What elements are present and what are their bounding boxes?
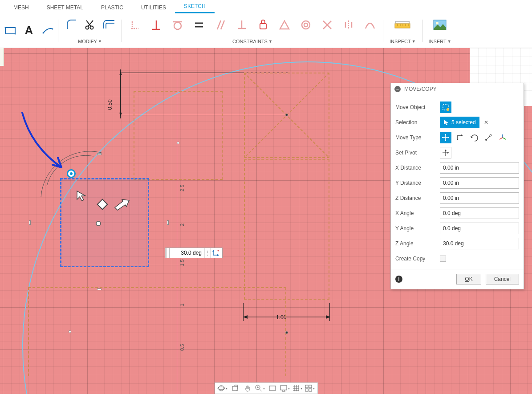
fix-constraint-icon[interactable]: [256, 18, 270, 32]
svg-rect-0: [5, 28, 15, 34]
tangent-constraint-icon[interactable]: [171, 18, 184, 32]
dashed-rect-1: [134, 91, 223, 180]
svg-point-9: [302, 21, 310, 29]
modify-label[interactable]: MODIFY ▼: [78, 39, 102, 46]
pan-icon[interactable]: [242, 383, 253, 393]
tab-sheet-metal[interactable]: SHEET METAL: [38, 2, 92, 13]
svg-point-23: [490, 134, 491, 136]
clear-selection-icon[interactable]: ✕: [482, 119, 490, 126]
viewports-icon[interactable]: ▾: [304, 383, 316, 393]
svg-point-4: [52, 28, 53, 29]
selection-chip[interactable]: 5 selected: [440, 117, 479, 128]
drag-grip-icon[interactable]: [165, 248, 171, 258]
vertical-constraint-icon[interactable]: [150, 18, 163, 32]
text-tool-icon[interactable]: A: [22, 24, 36, 37]
z-angle-input[interactable]: [440, 238, 519, 249]
insert-label[interactable]: INSERT ▼: [429, 39, 451, 46]
svg-rect-11: [395, 24, 410, 28]
move-arrow-icon[interactable]: [114, 199, 130, 213]
info-icon[interactable]: i: [395, 276, 402, 283]
svg-rect-30: [305, 385, 308, 388]
fillet-tool-icon[interactable]: [65, 18, 78, 32]
rotate-handle-icon[interactable]: [95, 197, 109, 212]
svg-point-6: [90, 26, 93, 29]
svg-point-5: [86, 26, 89, 29]
svg-rect-32: [305, 389, 308, 391]
horizontal-constraint-icon[interactable]: [128, 18, 142, 32]
equal-constraint-icon[interactable]: [192, 18, 206, 32]
annotation-arrow: [13, 110, 71, 173]
move-type-xyz-button[interactable]: [497, 132, 508, 143]
x-angle-input[interactable]: [440, 207, 519, 219]
sketch-canvas[interactable]: 0.50 1.00: [0, 48, 532, 394]
grid-settings-icon[interactable]: ▾: [292, 383, 303, 393]
create-copy-checkbox[interactable]: [440, 256, 446, 262]
y-distance-input[interactable]: [440, 177, 519, 189]
svg-point-7: [174, 22, 181, 29]
center-point[interactable]: [96, 221, 101, 226]
panel-header[interactable]: − MOVE/COPY: [391, 83, 524, 95]
svg-point-21: [447, 108, 449, 111]
move-type-rotate-button[interactable]: [468, 132, 480, 143]
symmetry-constraint-icon[interactable]: [342, 18, 355, 32]
move-type-translate-button[interactable]: [454, 132, 466, 143]
concentric-constraint-icon[interactable]: [299, 18, 313, 32]
ruler-2: 2: [179, 223, 185, 226]
create-copy-label: Create Copy: [395, 256, 436, 262]
angle-input-widget[interactable]: ⋮: [165, 248, 223, 258]
move-type-point-button[interactable]: [483, 132, 494, 143]
display-icon[interactable]: ▾: [279, 383, 291, 393]
modify-group: MODIFY ▼: [62, 13, 118, 48]
perpendicular-constraint-icon[interactable]: [235, 18, 248, 32]
tab-utilities[interactable]: UTILITIES: [132, 2, 175, 13]
move-copy-panel: − MOVE/COPY Move Object Selection 5 sele…: [390, 83, 524, 289]
orbit-icon[interactable]: ▾: [217, 383, 228, 393]
tab-plastic[interactable]: PLASTIC: [92, 2, 132, 13]
angle-axis-icon[interactable]: [211, 248, 222, 258]
x-distance-label: X Distance: [395, 165, 436, 171]
selection-label: Selection: [395, 119, 436, 126]
ribbon-tabs: MESH SHEET METAL PLASTIC UTILITIES SKETC…: [0, 0, 532, 13]
measure-tool-icon[interactable]: [394, 18, 411, 32]
constraints-label[interactable]: CONSTRAINTS ▼: [232, 39, 272, 46]
y-angle-label: Y Angle: [395, 225, 436, 232]
sketch-point: [177, 142, 179, 144]
cancel-button[interactable]: Cancel: [486, 274, 519, 284]
x-distance-input[interactable]: [440, 162, 519, 174]
rectangle-tool-icon[interactable]: [4, 24, 17, 37]
insert-image-icon[interactable]: [432, 18, 447, 32]
set-pivot-button[interactable]: [440, 147, 451, 158]
line-tool-icon[interactable]: [41, 24, 54, 37]
inspect-label[interactable]: INSPECT ▼: [390, 39, 416, 46]
svg-point-2: [15, 33, 16, 34]
svg-point-24: [219, 386, 224, 391]
y-distance-label: Y Distance: [395, 180, 436, 186]
offset-tool-icon[interactable]: [102, 18, 115, 32]
move-cursor-icon[interactable]: [76, 190, 88, 204]
zoom-icon[interactable]: ▾: [254, 383, 266, 393]
tab-mesh[interactable]: MESH: [4, 2, 38, 13]
curvature-constraint-icon[interactable]: [363, 18, 377, 32]
y-angle-input[interactable]: [440, 223, 519, 234]
collinear-constraint-icon[interactable]: [321, 18, 334, 32]
dashed-rect-3: [244, 159, 329, 300]
midpoint-constraint-icon[interactable]: [278, 18, 291, 32]
fit-icon[interactable]: [267, 383, 278, 393]
angle-input-field[interactable]: [171, 249, 204, 257]
inspect-group: INSPECT ▼: [387, 13, 418, 48]
z-distance-input[interactable]: [440, 192, 519, 204]
sketch-point: [285, 114, 288, 116]
svg-point-22: [485, 139, 487, 141]
collapse-icon[interactable]: −: [394, 86, 401, 92]
z-distance-label: Z Distance: [395, 195, 436, 201]
angle-input-menu[interactable]: ⋮: [204, 248, 211, 258]
ok-button[interactable]: OK: [456, 274, 481, 284]
trim-tool-icon[interactable]: [83, 18, 97, 32]
move-type-free-button[interactable]: [440, 132, 451, 143]
ruler-0-5: 0.5: [179, 344, 185, 351]
svg-rect-8: [260, 24, 266, 29]
tab-sketch[interactable]: SKETCH: [175, 0, 215, 13]
move-object-mode-button[interactable]: [440, 102, 451, 113]
parallel-constraint-icon[interactable]: [214, 18, 227, 32]
look-at-icon[interactable]: [229, 383, 241, 393]
